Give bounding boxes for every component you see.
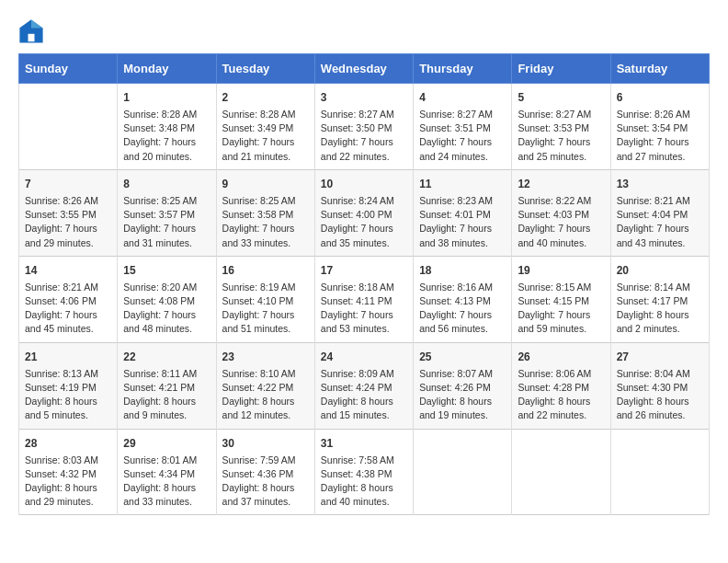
day-info: Sunrise: 8:27 AM Sunset: 3:53 PM Dayligh… <box>518 108 604 164</box>
day-number: 4 <box>419 89 506 106</box>
day-number: 3 <box>321 89 407 106</box>
calendar-cell <box>414 429 512 515</box>
weekday-header-saturday: Saturday <box>610 54 709 84</box>
day-number: 26 <box>518 349 604 365</box>
day-number: 11 <box>419 176 506 192</box>
day-number: 16 <box>222 262 309 279</box>
week-row-3: 14Sunrise: 8:21 AM Sunset: 4:06 PM Dayli… <box>19 256 710 342</box>
calendar-cell: 19Sunrise: 8:15 AM Sunset: 4:15 PM Dayli… <box>512 256 610 342</box>
calendar-cell: 6Sunrise: 8:26 AM Sunset: 3:54 PM Daylig… <box>610 84 709 170</box>
day-number: 15 <box>123 262 210 279</box>
day-info: Sunrise: 8:04 AM Sunset: 4:30 PM Dayligh… <box>617 367 703 423</box>
day-number: 23 <box>222 349 309 365</box>
day-number: 30 <box>222 435 309 452</box>
day-number: 22 <box>123 349 210 365</box>
calendar-cell: 14Sunrise: 8:21 AM Sunset: 4:06 PM Dayli… <box>19 256 118 342</box>
calendar-cell: 9Sunrise: 8:25 AM Sunset: 3:58 PM Daylig… <box>216 169 314 256</box>
calendar-cell: 29Sunrise: 8:01 AM Sunset: 4:34 PM Dayli… <box>118 429 216 515</box>
day-number: 12 <box>518 176 604 192</box>
week-row-4: 21Sunrise: 8:13 AM Sunset: 4:19 PM Dayli… <box>19 342 710 429</box>
day-info: Sunrise: 8:20 AM Sunset: 4:08 PM Dayligh… <box>123 281 210 337</box>
weekday-header-thursday: Thursday <box>414 54 512 84</box>
svg-marker-2 <box>19 19 31 28</box>
day-number: 27 <box>617 349 703 365</box>
weekday-header-tuesday: Tuesday <box>216 54 314 84</box>
day-number: 24 <box>321 349 407 365</box>
weekday-header-wednesday: Wednesday <box>314 54 413 84</box>
week-row-1: 1Sunrise: 8:28 AM Sunset: 3:48 PM Daylig… <box>19 84 710 170</box>
day-info: Sunrise: 8:13 AM Sunset: 4:19 PM Dayligh… <box>25 367 111 423</box>
day-info: Sunrise: 8:23 AM Sunset: 4:01 PM Dayligh… <box>419 194 506 250</box>
calendar-cell: 27Sunrise: 8:04 AM Sunset: 4:30 PM Dayli… <box>610 342 709 429</box>
day-number: 28 <box>25 435 111 452</box>
svg-rect-4 <box>28 34 35 41</box>
day-number: 2 <box>222 89 309 106</box>
calendar-cell <box>512 429 610 515</box>
day-number: 1 <box>123 89 210 106</box>
logo-icon <box>18 18 44 44</box>
calendar-cell: 8Sunrise: 8:25 AM Sunset: 3:57 PM Daylig… <box>118 169 216 256</box>
calendar-cell: 24Sunrise: 8:09 AM Sunset: 4:24 PM Dayli… <box>314 342 413 429</box>
day-info: Sunrise: 8:22 AM Sunset: 4:03 PM Dayligh… <box>518 194 604 250</box>
calendar-cell: 15Sunrise: 8:20 AM Sunset: 4:08 PM Dayli… <box>118 256 216 342</box>
day-info: Sunrise: 8:21 AM Sunset: 4:04 PM Dayligh… <box>617 194 703 250</box>
day-info: Sunrise: 8:16 AM Sunset: 4:13 PM Dayligh… <box>419 281 506 337</box>
day-number: 20 <box>617 262 703 279</box>
calendar-cell: 13Sunrise: 8:21 AM Sunset: 4:04 PM Dayli… <box>610 169 709 256</box>
day-number: 31 <box>321 435 407 452</box>
week-row-2: 7Sunrise: 8:26 AM Sunset: 3:55 PM Daylig… <box>19 169 710 256</box>
day-number: 18 <box>419 262 506 279</box>
calendar-cell: 23Sunrise: 8:10 AM Sunset: 4:22 PM Dayli… <box>216 342 314 429</box>
calendar-table: SundayMondayTuesdayWednesdayThursdayFrid… <box>18 53 710 515</box>
day-number: 29 <box>123 435 210 452</box>
day-info: Sunrise: 7:59 AM Sunset: 4:36 PM Dayligh… <box>222 454 309 510</box>
logo <box>18 18 48 44</box>
calendar-cell: 16Sunrise: 8:19 AM Sunset: 4:10 PM Dayli… <box>216 256 314 342</box>
weekday-header-monday: Monday <box>118 54 216 84</box>
calendar-cell: 20Sunrise: 8:14 AM Sunset: 4:17 PM Dayli… <box>610 256 709 342</box>
day-info: Sunrise: 8:07 AM Sunset: 4:26 PM Dayligh… <box>419 367 506 423</box>
day-info: Sunrise: 8:28 AM Sunset: 3:49 PM Dayligh… <box>222 108 309 164</box>
calendar-cell: 21Sunrise: 8:13 AM Sunset: 4:19 PM Dayli… <box>19 342 118 429</box>
day-info: Sunrise: 8:27 AM Sunset: 3:50 PM Dayligh… <box>321 108 407 164</box>
day-number: 17 <box>321 262 407 279</box>
day-number: 6 <box>617 89 703 106</box>
calendar-cell <box>19 84 118 170</box>
day-number: 14 <box>25 262 111 279</box>
week-row-5: 28Sunrise: 8:03 AM Sunset: 4:32 PM Dayli… <box>19 429 710 515</box>
day-info: Sunrise: 8:25 AM Sunset: 3:58 PM Dayligh… <box>222 194 309 250</box>
day-info: Sunrise: 8:03 AM Sunset: 4:32 PM Dayligh… <box>25 454 111 510</box>
calendar-cell: 17Sunrise: 8:18 AM Sunset: 4:11 PM Dayli… <box>314 256 413 342</box>
day-info: Sunrise: 8:15 AM Sunset: 4:15 PM Dayligh… <box>518 281 604 337</box>
calendar-cell: 10Sunrise: 8:24 AM Sunset: 4:00 PM Dayli… <box>314 169 413 256</box>
calendar-cell: 5Sunrise: 8:27 AM Sunset: 3:53 PM Daylig… <box>512 84 610 170</box>
day-info: Sunrise: 7:58 AM Sunset: 4:38 PM Dayligh… <box>321 454 407 510</box>
weekday-header-row: SundayMondayTuesdayWednesdayThursdayFrid… <box>19 54 710 84</box>
day-number: 13 <box>617 176 703 192</box>
day-info: Sunrise: 8:26 AM Sunset: 3:55 PM Dayligh… <box>25 194 111 250</box>
page-header <box>18 18 710 44</box>
day-info: Sunrise: 8:25 AM Sunset: 3:57 PM Dayligh… <box>123 194 210 250</box>
calendar-cell: 1Sunrise: 8:28 AM Sunset: 3:48 PM Daylig… <box>118 84 216 170</box>
day-info: Sunrise: 8:14 AM Sunset: 4:17 PM Dayligh… <box>617 281 703 337</box>
day-info: Sunrise: 8:10 AM Sunset: 4:22 PM Dayligh… <box>222 367 309 423</box>
day-info: Sunrise: 8:06 AM Sunset: 4:28 PM Dayligh… <box>518 367 604 423</box>
day-info: Sunrise: 8:28 AM Sunset: 3:48 PM Dayligh… <box>123 108 210 164</box>
day-number: 10 <box>321 176 407 192</box>
day-info: Sunrise: 8:19 AM Sunset: 4:10 PM Dayligh… <box>222 281 309 337</box>
day-number: 9 <box>222 176 309 192</box>
svg-marker-1 <box>31 19 43 28</box>
day-info: Sunrise: 8:24 AM Sunset: 4:00 PM Dayligh… <box>321 194 407 250</box>
weekday-header-sunday: Sunday <box>19 54 118 84</box>
day-number: 25 <box>419 349 506 365</box>
calendar-cell: 2Sunrise: 8:28 AM Sunset: 3:49 PM Daylig… <box>216 84 314 170</box>
calendar-cell: 18Sunrise: 8:16 AM Sunset: 4:13 PM Dayli… <box>414 256 512 342</box>
calendar-cell: 22Sunrise: 8:11 AM Sunset: 4:21 PM Dayli… <box>118 342 216 429</box>
day-info: Sunrise: 8:27 AM Sunset: 3:51 PM Dayligh… <box>419 108 506 164</box>
day-info: Sunrise: 8:01 AM Sunset: 4:34 PM Dayligh… <box>123 454 210 510</box>
day-info: Sunrise: 8:26 AM Sunset: 3:54 PM Dayligh… <box>617 108 703 164</box>
day-number: 7 <box>25 176 111 192</box>
calendar-cell: 25Sunrise: 8:07 AM Sunset: 4:26 PM Dayli… <box>414 342 512 429</box>
calendar-cell: 30Sunrise: 7:59 AM Sunset: 4:36 PM Dayli… <box>216 429 314 515</box>
weekday-header-friday: Friday <box>512 54 610 84</box>
